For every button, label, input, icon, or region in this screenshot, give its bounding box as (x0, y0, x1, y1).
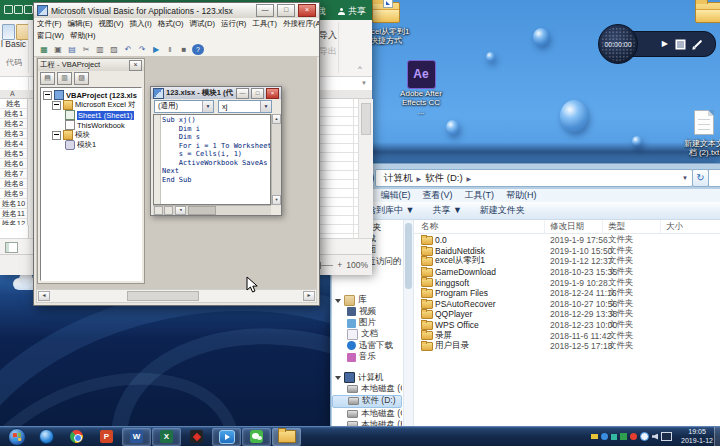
tree-item-modules[interactable]: 模块 (41, 130, 141, 140)
taskbar-video-player[interactable] (212, 428, 241, 446)
taskbar-clock[interactable]: 19:05 2019-1-12 (681, 428, 713, 445)
menu-item[interactable]: 格式(O) (155, 19, 187, 29)
grid-right-strip[interactable] (318, 99, 358, 238)
maximize-button[interactable]: □ (277, 4, 295, 17)
address-bar[interactable]: 计算机 ▶ 软件 (D:) ▶ ▼ (375, 169, 693, 187)
collapse-icon[interactable] (52, 101, 61, 110)
taskbar-powerpoint[interactable]: P (92, 428, 121, 446)
column-size[interactable]: 大小 (666, 221, 683, 233)
file-row[interactable]: Program Files 2018-12-24 11:16 文件夹 (413, 288, 720, 299)
toolbar-button[interactable]: 共享 ▼ (423, 204, 470, 217)
taskbar-browser[interactable] (32, 428, 61, 446)
tray-icon[interactable] (630, 433, 637, 440)
show-desktop-button[interactable] (714, 427, 720, 446)
sidebar-item[interactable]: 计算机 (332, 372, 402, 383)
desktop-icon-text-file[interactable]: 新建文本文 档 (2).txt (684, 110, 720, 157)
grid-cell[interactable]: 姓名9 (0, 189, 28, 199)
close-button[interactable]: × (266, 88, 279, 99)
dropdown-icon[interactable]: ▼ (202, 101, 213, 112)
tray-icon[interactable] (611, 434, 617, 440)
tray-icon[interactable] (620, 433, 627, 440)
menu-item[interactable]: 运行(R) (218, 19, 249, 29)
file-row[interactable]: WPS Office 2018-12-23 10:00 文件夹 (413, 320, 720, 331)
object-combo[interactable]: (通用) ▼ (154, 100, 214, 113)
vba-title-bar[interactable]: Microsoft Visual Basic for Applications … (34, 3, 319, 19)
file-row[interactable]: 用户目录 2018-12-5 17:18 文件夹 (413, 341, 720, 352)
quick-access-icon[interactable] (14, 5, 23, 14)
scroll-up-icon[interactable]: ▲ (272, 114, 281, 124)
menu-item[interactable]: 编辑(E) (375, 189, 417, 202)
grid-cell[interactable]: 姓名4 (0, 139, 28, 149)
scroll-left-icon[interactable]: ◄ (38, 291, 50, 301)
sidebar-item[interactable]: 本地磁盘 (G:) (332, 408, 402, 419)
visual-basic-button-icon[interactable] (2, 24, 15, 40)
tree-item-sheet1[interactable]: Sheet1 (Sheet1) (41, 110, 141, 120)
toolbar-icon[interactable]: ▥ (94, 44, 106, 55)
toolbar-icon[interactable]: ▤ (66, 44, 78, 55)
project-panel-title-bar[interactable]: 工程 - VBAProject × (38, 59, 144, 71)
toolbar-icon[interactable]: ‖ (164, 44, 176, 55)
menu-item[interactable]: 文件(F) (34, 19, 65, 29)
sidebar-item[interactable]: 文档 (332, 329, 402, 340)
visual-basic-label[interactable]: l Basic (1, 39, 26, 49)
menu-item[interactable]: 查看(V) (417, 189, 459, 202)
breadcrumb-drive[interactable]: 软件 (D:) (421, 172, 466, 185)
sidebar-item[interactable]: 库 (332, 295, 402, 306)
search-box[interactable] (708, 169, 720, 187)
grid-cell[interactable]: 姓名1 (0, 109, 28, 119)
minimize-button[interactable]: — (236, 88, 249, 99)
taskbar-explorer[interactable] (272, 428, 301, 446)
grid-cell[interactable]: 姓名5 (0, 149, 28, 159)
toolbar-icon[interactable]: ↷ (136, 44, 148, 55)
tree-item-module1[interactable]: 模块1 (41, 140, 141, 150)
restore-button[interactable]: □ (251, 88, 264, 99)
play-icon[interactable]: ▶ (662, 40, 668, 48)
code-editor[interactable]: Sub xj() Dim i Dim s For i = 1 To Worksh… (153, 114, 271, 205)
file-row[interactable]: excel从零到1 2019-1-12 12:37 文件夹 (413, 256, 720, 267)
scrollbar-thumb[interactable] (361, 103, 371, 135)
formula-dropdown-icon[interactable]: ▼ (361, 80, 367, 86)
column-type[interactable]: 类型 (608, 221, 625, 233)
sidebar-item[interactable]: 本地磁盘 (C:) (332, 383, 402, 394)
recorder-mic[interactable]: 00:00:00 (598, 24, 638, 64)
sidebar-item[interactable]: 软件 (D:) (332, 395, 402, 408)
toolbar-icon[interactable]: ? (192, 44, 204, 55)
toolbar-icon[interactable]: ▦ (38, 44, 50, 55)
minimize-button[interactable]: — (256, 4, 274, 17)
project-view-button[interactable]: ▥ (57, 72, 72, 85)
collapse-icon[interactable] (52, 131, 61, 140)
tray-icon[interactable] (601, 433, 608, 440)
import-button[interactable]: 导入 (319, 29, 337, 42)
menu-item[interactable]: 外接程序(A) (280, 19, 319, 29)
excel-vertical-scrollbar[interactable] (358, 99, 373, 238)
view-button[interactable] (164, 206, 173, 215)
pencil-icon[interactable] (694, 40, 702, 48)
grid-cell[interactable]: 姓名7 (0, 169, 28, 179)
monitor-icon[interactable] (661, 432, 672, 441)
stop-icon[interactable] (677, 41, 684, 48)
grid-cell[interactable]: 姓名6 (0, 159, 28, 169)
menu-item[interactable]: 工具(T) (249, 19, 280, 29)
address-dropdown-icon[interactable]: ▼ (682, 175, 692, 181)
grid-cell[interactable]: 姓名3 (0, 129, 28, 139)
view-button[interactable] (154, 206, 163, 215)
file-row[interactable]: QQPlayer 2018-12-29 13:38 文件夹 (413, 309, 720, 320)
toolbar-icon[interactable]: ▣ (52, 44, 64, 55)
quick-access-icon[interactable] (4, 5, 13, 14)
tree-item-project[interactable]: VBAProject (123.xls (41, 90, 141, 100)
menu-item[interactable]: 窗口(W) (34, 31, 67, 41)
vba-bottom-scrollbar[interactable]: ◄ ► (36, 289, 317, 303)
code-horizontal-scrollbar[interactable]: ◄ (153, 205, 271, 215)
menu-item[interactable]: 插入(I) (127, 19, 155, 29)
toolbar-button[interactable]: 新建文件夹 (471, 204, 534, 217)
menu-item[interactable]: 调试(D) (187, 19, 218, 29)
grid-empty-area[interactable] (0, 225, 29, 238)
column-date[interactable]: 修改日期 (550, 221, 584, 233)
zoom-in-icon[interactable]: + (337, 260, 342, 270)
procedure-combo[interactable]: xj ▼ (218, 100, 272, 113)
file-row[interactable]: GameDownload 2018-10-23 15:35 文件夹 (413, 267, 720, 278)
share-button[interactable]: 共享 (338, 5, 366, 18)
zoom-level[interactable]: 100% (346, 260, 368, 270)
sidebar-item[interactable]: 音乐 (332, 352, 402, 363)
quick-access-icon[interactable] (24, 5, 33, 14)
